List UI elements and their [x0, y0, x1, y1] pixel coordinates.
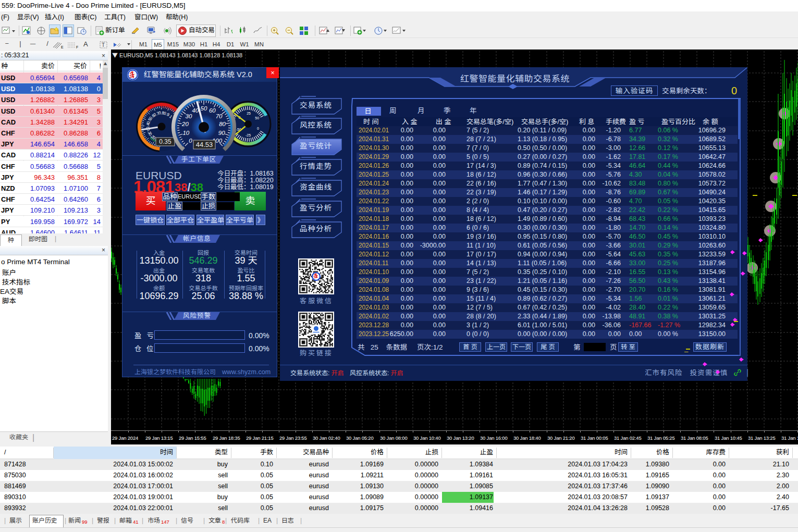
svg-text:90: 90 — [218, 130, 225, 136]
svg-text:10: 10 — [182, 130, 189, 136]
svg-text:0: 0 — [257, 127, 259, 130]
svg-text:E: E — [61, 45, 64, 49]
svg-text:70: 70 — [216, 113, 223, 119]
svg-text:50: 50 — [255, 116, 259, 120]
svg-text:50: 50 — [201, 105, 207, 112]
svg-text:-25: -25 — [245, 133, 251, 137]
svg-text:0: 0 — [189, 138, 192, 144]
svg-text:20: 20 — [181, 121, 189, 127]
svg-text:0.35: 0.35 — [159, 138, 171, 145]
svg-text:F: F — [76, 45, 78, 49]
svg-text:44.53: 44.53 — [196, 141, 213, 149]
svg-text:30: 30 — [186, 113, 192, 119]
svg-text:T: T — [102, 42, 105, 48]
svg-text:80: 80 — [219, 121, 226, 127]
svg-text:60: 60 — [209, 107, 216, 114]
svg-text:25: 25 — [247, 112, 251, 115]
